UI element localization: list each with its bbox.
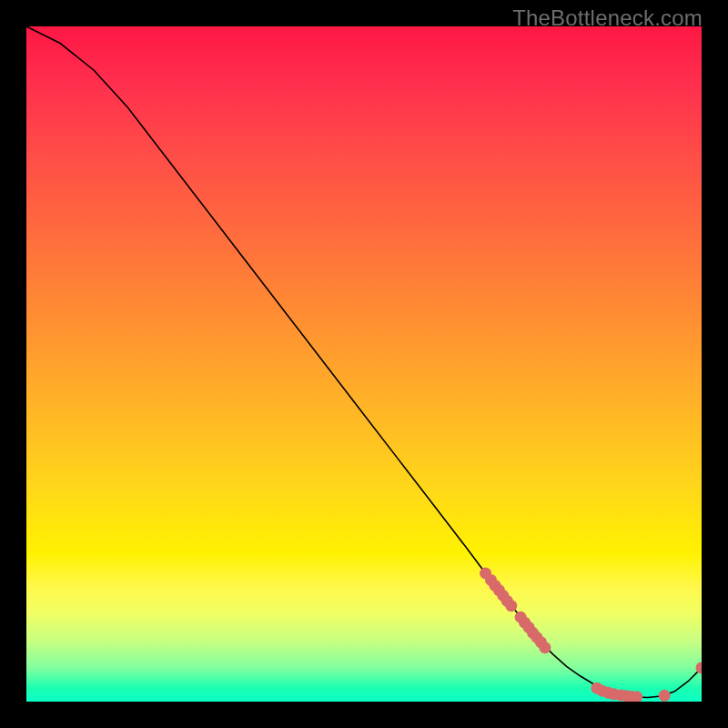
data-marker [539,642,551,653]
data-marker [659,690,671,702]
plot-area [26,26,702,702]
bottleneck-curve [26,26,702,698]
watermark-text: TheBottleneck.com [512,5,703,31]
data-marker [505,600,517,612]
curve-layer [26,26,702,702]
chart-stage: TheBottleneck.com [0,0,728,728]
